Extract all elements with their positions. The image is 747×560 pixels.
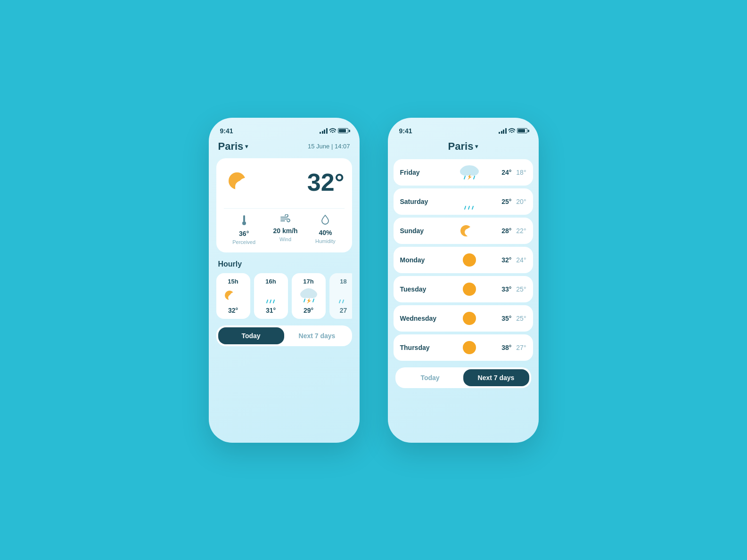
- hour-card-18: 18 27: [329, 273, 352, 319]
- city-name-left[interactable]: Paris ▾: [218, 140, 248, 153]
- perceived-detail: 36° Perceived: [232, 214, 255, 245]
- hour-temp-15: 32°: [228, 307, 238, 314]
- next7-tab-right[interactable]: Next 7 days: [463, 369, 529, 386]
- hour-time-15: 15h: [228, 278, 238, 285]
- city-header-left: Paris ▾ 15 June | 14:07: [216, 140, 352, 153]
- day-name-wednesday: Wednesday: [400, 315, 438, 322]
- day-temps-tuesday: 33° 25°: [501, 285, 526, 293]
- date-time-left: 15 June | 14:07: [308, 143, 350, 150]
- wind-icon: [280, 214, 291, 225]
- day-low-tuesday: 25°: [516, 285, 526, 293]
- hour-card-15: 15h 32°: [216, 273, 250, 319]
- hour-time-17: 17h: [303, 278, 313, 285]
- hour-temp-17: 29°: [304, 307, 313, 314]
- wind-label: Wind: [279, 236, 291, 242]
- thermometer-icon: [240, 214, 248, 228]
- weather-main: 32°: [224, 166, 345, 199]
- svg-line-42: [468, 206, 469, 209]
- day-temps-friday: 24° 18°: [501, 169, 526, 176]
- svg-point-48: [467, 227, 478, 235]
- today-tab-right[interactable]: Today: [397, 369, 463, 386]
- day-name-saturday: Saturday: [400, 198, 438, 205]
- hour-time-18: 18: [340, 278, 346, 285]
- day-high-monday: 32°: [501, 256, 511, 264]
- day-icon-wednesday: [458, 310, 481, 327]
- day-name-friday: Friday: [400, 169, 438, 176]
- hour-icon-15: [223, 288, 244, 304]
- svg-line-16: [267, 300, 268, 303]
- humidity-icon: [321, 214, 329, 227]
- day-icon-monday: [458, 252, 481, 268]
- status-bar-right: 9:41: [388, 127, 539, 135]
- svg-point-28: [343, 292, 352, 299]
- bottom-tabs-right: Today Next 7 days: [395, 367, 531, 388]
- day-high-thursday: 38°: [501, 344, 511, 351]
- hour-icon-16: [261, 288, 281, 304]
- city-name-right[interactable]: Paris ▾: [448, 140, 478, 153]
- battery-icon: [338, 128, 348, 133]
- chevron-down-icon: ▾: [245, 143, 248, 150]
- day-row-monday: Monday 32° 24°: [394, 247, 533, 273]
- day-low-sunday: 22°: [516, 227, 526, 235]
- day-temps-saturday: 25° 20°: [501, 198, 526, 205]
- svg-point-51: [463, 312, 476, 325]
- signal-icon-right: [499, 128, 507, 134]
- svg-point-50: [463, 283, 476, 296]
- city-header-right: Paris ▾: [388, 140, 539, 153]
- today-tab-left[interactable]: Today: [218, 327, 284, 344]
- day-name-tuesday: Tuesday: [400, 285, 438, 293]
- day-high-wednesday: 35°: [501, 315, 511, 322]
- svg-line-25: [313, 299, 314, 302]
- day-temps-monday: 32° 24°: [501, 256, 526, 264]
- hour-icon-18: [333, 288, 352, 304]
- day-row-sunday: Sunday 28° 22°: [394, 218, 533, 244]
- humidity-value: 40%: [319, 229, 332, 236]
- perceived-label: Perceived: [232, 239, 255, 245]
- day-name-sunday: Sunday: [400, 227, 438, 235]
- weather-details: 36° Perceived 20 km/h Wind 40% Humidity: [224, 208, 345, 245]
- status-icons-left: [320, 128, 348, 134]
- status-time-right: 9:41: [399, 127, 412, 135]
- day-name-monday: Monday: [400, 256, 438, 264]
- svg-point-22: [303, 288, 315, 297]
- perceived-value: 36°: [239, 230, 249, 237]
- hour-icon-17: [298, 288, 319, 304]
- weather-icon-large: [224, 166, 266, 199]
- day-high-saturday: 25°: [501, 198, 511, 205]
- svg-line-35: [464, 176, 465, 179]
- day-icon-sunday: [458, 222, 481, 239]
- phone-next7: 9:41 Paris ▾ Friday: [388, 118, 539, 443]
- status-icons-right: [499, 128, 527, 134]
- hour-card-16: 16h 31°: [254, 273, 288, 319]
- svg-point-40: [462, 194, 476, 203]
- svg-point-49: [463, 253, 476, 267]
- bottom-tabs-left: Today Next 7 days: [216, 325, 352, 346]
- phone-today: 9:41 Paris ▾ 15 June |: [209, 118, 360, 443]
- battery-icon-right: [517, 128, 527, 133]
- day-high-sunday: 28°: [501, 227, 511, 235]
- signal-icon: [320, 128, 328, 134]
- day-high-friday: 24°: [501, 169, 511, 176]
- day-temps-thursday: 38° 27°: [501, 344, 526, 351]
- svg-line-24: [304, 299, 305, 302]
- next7-tab-left[interactable]: Next 7 days: [284, 327, 350, 344]
- svg-line-36: [474, 176, 475, 179]
- day-row-friday: Friday 24° 18°: [394, 159, 533, 186]
- svg-line-43: [472, 206, 473, 209]
- day-icon-tuesday: [458, 281, 481, 298]
- wifi-icon: [329, 128, 336, 134]
- hour-time-16: 16h: [265, 278, 276, 285]
- day-name-thursday: Thursday: [400, 344, 438, 351]
- day-low-monday: 24°: [516, 256, 526, 264]
- day-low-saturday: 20°: [516, 198, 526, 205]
- chevron-down-icon-right: ▾: [475, 143, 478, 150]
- day-icon-friday: [458, 164, 481, 181]
- day-icon-thursday: [458, 339, 481, 356]
- day-row-tuesday: Tuesday 33° 25°: [394, 276, 533, 302]
- hour-temp-16: 31°: [266, 307, 276, 314]
- humidity-label: Humidity: [315, 238, 336, 244]
- day-row-thursday: Thursday 38° 27°: [394, 334, 533, 361]
- svg-point-6: [242, 221, 246, 225]
- wifi-icon-right: [509, 128, 515, 134]
- day-icon-saturday: [458, 193, 481, 210]
